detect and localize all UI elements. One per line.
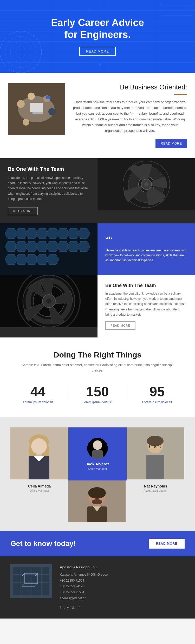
footer-email: aponas@otenet.gr — [60, 595, 108, 601]
member-name-1: Celia Almeda — [12, 484, 66, 488]
team-title-1: Be One With The Team — [8, 166, 90, 172]
business-image — [8, 83, 65, 135]
stats-row: 44 Lorem ipsum dolor sit 150 Lorem ipsum… — [16, 384, 179, 404]
svg-point-15 — [5, 36, 36, 68]
stats-title: Doing The Right Things — [16, 350, 179, 359]
svg-text:A: A — [88, 9, 90, 11]
svg-point-42 — [144, 182, 148, 186]
hero-section: B A 1 1 Early Career Advice for Engineer… — [0, 0, 195, 73]
svg-point-33 — [23, 119, 29, 126]
stat-number-1: 44 — [23, 384, 53, 399]
member-card-2-center: Jack Alvarez Sales Manager — [68, 427, 126, 480]
member-role-2: Sales Manager — [88, 467, 107, 470]
social-twitter[interactable]: t — [63, 604, 64, 611]
svg-point-36 — [46, 96, 51, 99]
members-section: Jack Alvarez Sales Manager Celia Almeda — [0, 417, 195, 531]
svg-point-81 — [93, 440, 102, 450]
footer-person-name: Apostolia Nasiopoulou — [60, 564, 108, 571]
team-image-1 — [98, 158, 195, 210]
business-body-text: Understand how the total costs to produc… — [73, 99, 187, 134]
team-read-more-button-1[interactable]: READ MORE — [8, 207, 38, 215]
stat-item-2: 150 Lorem ipsum dolor sit — [83, 384, 113, 404]
quote-text: Those best able to reach consensus are t… — [105, 248, 187, 263]
stat-number-2: 150 — [83, 384, 113, 399]
team-text-block-2: Be One With The Team In academe, the pur… — [98, 275, 195, 338]
team-body-1: In academe, the pursuit of knowledge can… — [8, 175, 90, 202]
svg-point-29 — [17, 100, 25, 108]
stats-section: Doing The Right Things Sample text. Lore… — [0, 337, 195, 417]
business-heading: Be Business Oriented: — [73, 83, 187, 91]
stat-label-3: Lorem ipsum dolor sit — [142, 400, 172, 404]
svg-point-72 — [46, 298, 51, 304]
team-title-2: Be One With The Team — [105, 283, 187, 288]
svg-text:B: B — [99, 63, 101, 66]
team-image-2 — [0, 223, 98, 275]
stat-item-3: 95 Lorem ipsum dolor sit — [142, 384, 172, 404]
footer-phone2: +30 22850 74178 — [60, 583, 108, 589]
member-name-2: Jack Alvarez — [86, 462, 109, 466]
business-text: Be Business Oriented: Understand how the… — [73, 83, 187, 148]
member-name-3: Nat Reynolds — [129, 484, 183, 488]
member-card-3 — [127, 427, 185, 480]
social-youtube[interactable]: y — [67, 604, 69, 611]
social-facebook[interactable]: f — [60, 604, 61, 611]
svg-point-93 — [92, 499, 102, 504]
footer-image — [10, 564, 52, 598]
svg-point-17 — [16, 47, 26, 57]
svg-point-92 — [88, 487, 106, 499]
svg-point-85 — [147, 436, 164, 446]
stat-label-2: Lorem ipsum dolor sit — [83, 400, 113, 404]
stat-label-1: Lorem ipsum dolor sit — [23, 400, 53, 404]
svg-point-30 — [28, 93, 35, 100]
svg-text:1: 1 — [192, 3, 194, 5]
quote-block: ““ Those best able to reach consensus ar… — [98, 223, 195, 275]
svg-rect-35 — [32, 108, 43, 114]
stat-item-1: 44 Lorem ipsum dolor sit — [23, 384, 53, 404]
hero-title: Early Career Advice for Engineers. — [51, 17, 144, 41]
team-section: Be One With The Team In academe, the pur… — [0, 158, 195, 338]
svg-point-16 — [10, 42, 31, 62]
cta-title: Get to know today! — [10, 539, 76, 548]
svg-rect-89 — [146, 455, 164, 479]
social-linkedin[interactable]: in — [78, 604, 81, 611]
footer: Apostolia Nasiopoulou Katapola, Amorgos … — [0, 556, 195, 619]
svg-text:1: 1 — [161, 3, 162, 5]
team-read-more-button-2[interactable]: READ MORE — [105, 321, 135, 330]
quote-mark: ““ — [105, 235, 187, 245]
hero-content: Early Career Advice for Engineers. READ … — [51, 17, 144, 56]
member-role-3: Accountant-auditor — [129, 489, 183, 492]
footer-phone3: +30 22850 71554 — [60, 589, 108, 595]
cta-section: Get to know today! READ MORE — [0, 531, 195, 556]
business-divider — [174, 94, 187, 95]
footer-address: Katapola, Amorgos 84008, Greece — [60, 572, 108, 578]
social-vk[interactable]: vk — [72, 604, 75, 611]
business-section: Be Business Oriented: Understand how the… — [0, 73, 195, 158]
team-body-2: In academe, the pursuit of knowledge can… — [105, 291, 187, 317]
cta-read-more-button[interactable]: READ MORE — [149, 539, 185, 549]
footer-info: Apostolia Nasiopoulou Katapola, Amorgos … — [60, 564, 108, 611]
svg-rect-82 — [92, 450, 103, 459]
team-image-3 — [0, 275, 98, 327]
member-label-3: Nat Reynolds Accountant-auditor — [127, 480, 185, 523]
stat-divider-2 — [127, 387, 127, 400]
stats-subtitle: Sample text. Lorem ipsum dolor sit amet,… — [16, 362, 179, 373]
hero-read-more-button[interactable]: READ MORE — [79, 47, 116, 56]
social-icons: f t y vk in — [60, 604, 108, 611]
stat-divider-1 — [68, 387, 68, 400]
member-card-1 — [10, 427, 68, 480]
svg-point-32 — [48, 108, 56, 115]
footer-phone1: +30 22850 71554 — [60, 578, 108, 584]
member-label-1: Celia Almeda Office Manager — [10, 480, 68, 523]
team-text-block-1: Be One With The Team In academe, the pur… — [0, 158, 98, 223]
member-card-center-bottom — [68, 480, 126, 523]
stat-number-3: 95 — [142, 384, 172, 399]
business-read-more-button[interactable]: READ MORE — [155, 139, 187, 148]
svg-point-78 — [31, 438, 47, 454]
member-role-1: Office Manager — [12, 489, 66, 492]
svg-point-14 — [0, 31, 42, 73]
